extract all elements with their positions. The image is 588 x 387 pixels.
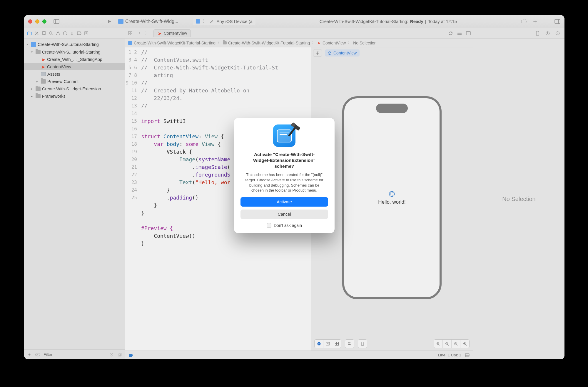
device-settings-button[interactable]	[345, 340, 354, 348]
folder-icon	[36, 94, 41, 98]
source-filter-icon[interactable]	[117, 352, 122, 357]
toolbar: Create-With-Swift-Widg... 〉 Any iOS Devi…	[24, 15, 564, 28]
sync-icon[interactable]	[448, 31, 453, 36]
open-file-tab[interactable]: ContentView	[153, 29, 191, 37]
activate-button[interactable]: Activate	[240, 197, 328, 207]
tree-extension[interactable]: ▸Create-With-S...dget-Extension	[24, 85, 125, 92]
breadcrumb[interactable]: Create-With-Swift-WidgetKit-Tutorial-Sta…	[125, 39, 473, 47]
cube-icon	[328, 51, 332, 55]
breadcrumb-item[interactable]: Create-With-Swift-WidgetKit-Tutorial-Sta…	[134, 41, 216, 45]
folder-icon	[36, 87, 41, 91]
source-control-icon[interactable]	[34, 31, 39, 36]
svg-point-25	[36, 354, 38, 355]
folder-icon	[41, 79, 46, 84]
crumb-icon	[128, 41, 132, 45]
activate-scheme-dialog: Activate "Create-With-Swift-Widget-Exten…	[234, 118, 335, 233]
tree-item-label: Create_With_...l_StartingApp	[47, 57, 102, 62]
tree-item-label: Create-With-S...utorial-Starting	[42, 50, 100, 54]
pin-preview-button[interactable]	[313, 49, 322, 57]
tree-preview-content[interactable]: ▸Preview Content	[24, 78, 125, 85]
file-inspector-icon[interactable]	[534, 30, 540, 36]
search-icon[interactable]	[48, 31, 54, 36]
preview-device-button[interactable]	[358, 340, 367, 348]
variants-button[interactable]	[332, 340, 341, 348]
breadcrumb-item[interactable]: Create-With-Swift-WidgetKit-Tutorial-Sta…	[228, 41, 310, 45]
project-navigator-icon[interactable]	[27, 31, 32, 36]
filter-input[interactable]	[44, 352, 106, 357]
add-tab-icon[interactable]: ＋	[532, 19, 538, 24]
tree-item-label: Create-With-S...dget-Extension	[42, 87, 101, 91]
recent-filter-icon[interactable]	[109, 352, 114, 357]
bookmark-footer-icon[interactable]	[129, 353, 133, 358]
preview-canvas: ContentView Hello, world!	[311, 47, 473, 351]
bookmark-icon[interactable]	[41, 31, 46, 36]
svg-rect-56	[465, 353, 469, 357]
sidebar-toggle-icon[interactable]	[54, 19, 59, 24]
scheme-chevron: 〉	[203, 19, 207, 24]
svg-point-40	[348, 342, 350, 343]
tree-frameworks[interactable]: ▸Frameworks	[24, 92, 125, 100]
run-button[interactable]	[106, 19, 112, 24]
cloud-icon[interactable]	[521, 19, 527, 24]
cancel-button[interactable]: Cancel	[240, 210, 328, 219]
svg-line-55	[466, 345, 467, 346]
zoom-fit-button[interactable]	[443, 340, 452, 348]
tree-item-label: Frameworks	[42, 94, 66, 99]
svg-rect-36	[335, 344, 336, 346]
svg-rect-28	[119, 354, 121, 356]
zoom-actual-button[interactable]: 1	[452, 340, 460, 348]
hammer-icon	[209, 19, 214, 24]
svg-rect-34	[335, 342, 336, 344]
project-tree[interactable]: ▾Create-With-Sw...utorial-Starting ▾Crea…	[24, 39, 125, 349]
editor-options-icon[interactable]	[457, 31, 462, 36]
build-status: Create-With-Swift-WidgetKit-Tutorial-Sta…	[320, 19, 457, 24]
dont-ask-checkbox[interactable]	[267, 223, 271, 228]
tree-file-contentview[interactable]: ContentView	[24, 63, 125, 70]
chevron-icon: 〉	[218, 41, 221, 45]
svg-text:1: 1	[455, 343, 456, 345]
tree-file-app[interactable]: Create_With_...l_StartingApp	[24, 56, 125, 63]
device-name: Any iOS Device (a	[216, 19, 253, 24]
tests-icon[interactable]	[62, 31, 68, 36]
svg-point-6	[49, 31, 52, 34]
live-preview-button[interactable]	[315, 340, 323, 348]
tree-assets[interactable]: Assets	[24, 70, 125, 78]
dont-ask-row[interactable]: Don't ask again	[267, 223, 302, 228]
nav-forward-icon[interactable]: 〉	[144, 31, 149, 36]
svg-rect-19	[466, 31, 470, 35]
tree-target[interactable]: ▾Create-With-S...utorial-Starting	[24, 48, 125, 56]
zoom-out-button[interactable]	[434, 340, 443, 348]
nav-back-icon[interactable]: 〈	[136, 31, 141, 36]
svg-rect-12	[128, 31, 130, 33]
zoom-in-button[interactable]	[460, 340, 469, 348]
bottom-panel-icon[interactable]	[465, 353, 470, 358]
preview-badge[interactable]: ContentView	[325, 49, 360, 57]
svg-rect-35	[337, 342, 338, 344]
adjust-editor-icon[interactable]	[466, 31, 471, 36]
open-file-tab-label: ContentView	[164, 31, 187, 36]
breadcrumb-item[interactable]: No Selection	[353, 41, 376, 45]
debug-icon[interactable]	[69, 31, 75, 36]
related-items-icon[interactable]	[128, 31, 133, 36]
history-inspector-icon[interactable]	[544, 30, 550, 36]
breakpoints-icon[interactable]	[76, 31, 82, 36]
project-navigator: ▾Create-With-Sw...utorial-Starting ▾Crea…	[24, 39, 125, 359]
scheme-selector[interactable]: 〉 Any iOS Device (a	[193, 17, 255, 25]
close-window-button[interactable]	[28, 19, 32, 24]
selectable-preview-button[interactable]	[323, 340, 332, 348]
status-project-name: Create-With-Swift-WidgetKit-Tutorial-Sta…	[320, 19, 408, 24]
dont-ask-label: Don't ask again	[274, 223, 302, 228]
dialog-body: This scheme has been created for the "(n…	[243, 172, 325, 193]
help-inspector-icon[interactable]: ?	[554, 30, 560, 36]
breadcrumb-item[interactable]: ContentView	[323, 41, 346, 45]
reports-icon[interactable]	[83, 31, 89, 36]
tree-root[interactable]: ▾Create-With-Sw...utorial-Starting	[24, 40, 125, 48]
zoom-window-button[interactable]	[42, 19, 46, 24]
scoped-filter-icon[interactable]	[35, 352, 40, 357]
crumb-icon	[317, 41, 321, 45]
right-sidebar-toggle-icon[interactable]	[554, 19, 560, 24]
issues-icon[interactable]	[55, 31, 61, 36]
add-files-icon[interactable]: ＋	[27, 352, 32, 357]
minimize-window-button[interactable]	[35, 19, 39, 24]
tab-bar: 〈 〉 ContentView ?	[24, 28, 564, 39]
